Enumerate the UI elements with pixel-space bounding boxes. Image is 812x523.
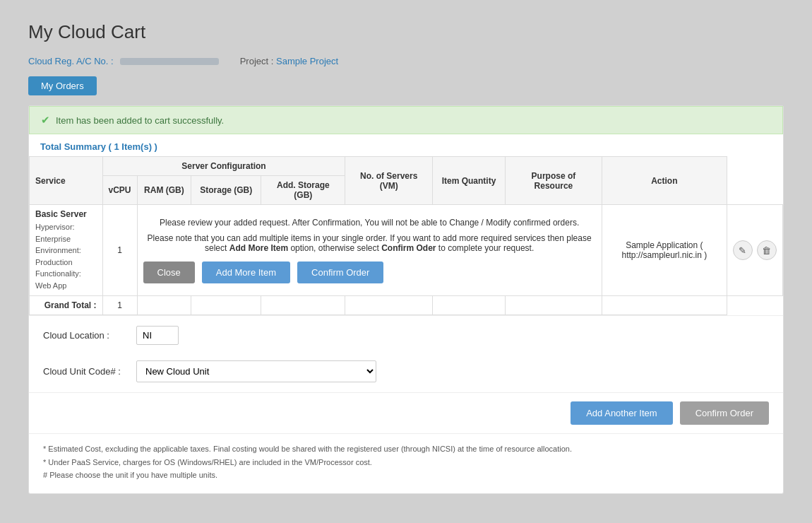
cloud-location-section: Cloud Location : bbox=[29, 315, 783, 355]
project-link[interactable]: Sample Project bbox=[276, 56, 338, 66]
th-no-of-servers: No. of Servers (VM) bbox=[345, 157, 432, 205]
popup-line2: Please note that you can add multiple it… bbox=[143, 233, 596, 253]
cart-table: Service Server Configuration No. of Serv… bbox=[29, 156, 783, 315]
footnote-1: * Estimated Cost, excluding the applicab… bbox=[43, 442, 769, 456]
account-bar bbox=[120, 58, 219, 65]
th-vcpu: vCPU bbox=[102, 176, 137, 205]
th-action: Action bbox=[602, 157, 727, 205]
grand-total-row: Grand Total : 1 bbox=[30, 296, 783, 315]
edit-icon: ✎ bbox=[739, 245, 746, 256]
close-button[interactable]: Close bbox=[143, 262, 195, 283]
grand-total-label: Grand Total : bbox=[30, 296, 103, 315]
summary-title: Total Summary ( 1 Item(s) ) bbox=[29, 134, 783, 156]
service-cell: Basic Server Hypervisor: Enterprise Envi… bbox=[30, 205, 103, 296]
footnotes: * Estimated Cost, excluding the applicab… bbox=[29, 433, 783, 493]
popup-buttons: Close Add More Item Confirm Order bbox=[143, 262, 596, 283]
grand-total-value: 1 bbox=[102, 296, 137, 315]
functionality: Functionality: Web App bbox=[35, 268, 97, 291]
add-more-button[interactable]: Add More Item bbox=[202, 262, 290, 283]
th-ram: RAM (GB) bbox=[137, 176, 191, 205]
cloud-unit-select[interactable]: New Cloud Unit bbox=[136, 360, 376, 382]
service-name: Basic Server bbox=[35, 209, 97, 219]
vcpu-cell: 1 bbox=[102, 205, 137, 296]
cloud-unit-section: Cloud Unit Code# : New Cloud Unit bbox=[29, 355, 783, 392]
th-purpose: Purpose of Resource bbox=[506, 157, 602, 205]
confirm-order-button[interactable]: Confirm Order bbox=[680, 401, 769, 425]
cloud-location-label: Cloud Location : bbox=[43, 330, 128, 341]
action-icons: ✎ 🗑 bbox=[733, 240, 777, 260]
popup-line1: Please review your added request. After … bbox=[143, 218, 596, 228]
action-cell: ✎ 🗑 bbox=[727, 205, 782, 296]
th-storage: Storage (GB) bbox=[191, 176, 261, 205]
success-message: Item has been added to cart successfully… bbox=[56, 115, 224, 126]
message-cell: Please review your added request. After … bbox=[137, 205, 602, 296]
cloud-unit-label: Cloud Unit Code# : bbox=[43, 366, 128, 377]
table-row: Basic Server Hypervisor: Enterprise Envi… bbox=[30, 205, 783, 296]
delete-icon: 🗑 bbox=[762, 245, 771, 256]
account-number: Cloud Reg. A/C No. : bbox=[28, 56, 219, 66]
project-info: Project : Sample Project bbox=[240, 56, 338, 66]
th-add-storage: Add. Storage (GB) bbox=[261, 176, 345, 205]
footnote-3: # Please choose the unit if you have mul… bbox=[43, 469, 769, 482]
confirm-order-popup-button[interactable]: Confirm Order bbox=[297, 262, 383, 283]
add-another-button[interactable]: Add Another Item bbox=[571, 401, 672, 425]
edit-button[interactable]: ✎ bbox=[733, 240, 753, 260]
delete-button[interactable]: 🗑 bbox=[757, 240, 777, 260]
footnote-2: * Under PaaS Service, charges for OS (Wi… bbox=[43, 456, 769, 469]
th-item-quantity: Item Quantity bbox=[432, 157, 505, 205]
purpose-cell: Sample Application ( http://sampleurl.ni… bbox=[602, 205, 727, 296]
bottom-action-row: Add Another Item Confirm Order bbox=[29, 392, 783, 433]
success-banner: ✔ Item has been added to cart successful… bbox=[29, 106, 783, 134]
hypervisor: Hypervisor: Enterprise bbox=[35, 221, 97, 245]
th-service: Service bbox=[30, 157, 103, 205]
meta-row: Cloud Reg. A/C No. : Project : Sample Pr… bbox=[28, 56, 784, 66]
environment: Environment: Production bbox=[35, 245, 97, 268]
cloud-location-input[interactable] bbox=[136, 326, 179, 345]
check-icon: ✔ bbox=[41, 114, 50, 127]
page-title: My Cloud Cart bbox=[28, 21, 784, 43]
main-card: ✔ Item has been added to cart successful… bbox=[28, 105, 784, 494]
my-orders-button[interactable]: My Orders bbox=[28, 76, 97, 95]
th-server-config: Server Configuration bbox=[102, 157, 345, 176]
cart-table-wrapper: Service Server Configuration No. of Serv… bbox=[29, 156, 783, 315]
